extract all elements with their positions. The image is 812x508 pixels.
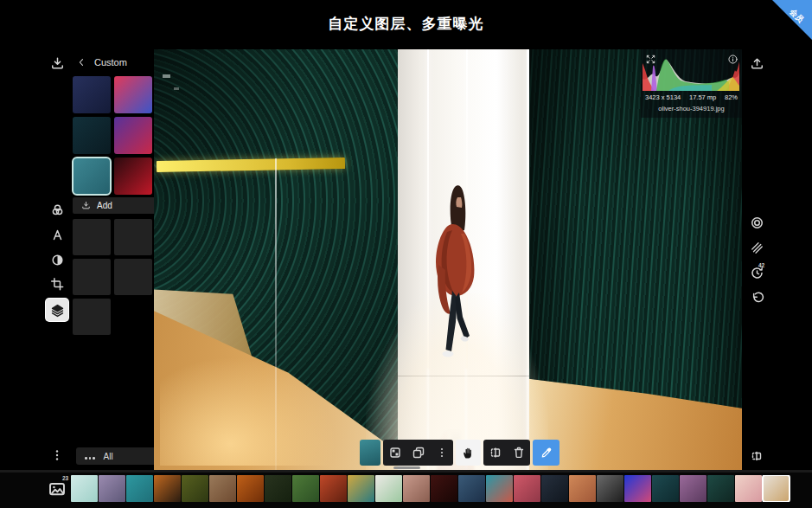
effects-tool-button[interactable] xyxy=(46,198,68,221)
radial-mask-button[interactable] xyxy=(745,211,768,234)
export-icon xyxy=(750,56,764,71)
film-thumb-current-photo[interactable] xyxy=(763,475,790,502)
ellipsis-icon xyxy=(85,452,97,461)
split-view-button[interactable] xyxy=(483,440,507,466)
film-thumb-beach-walk[interactable] xyxy=(209,475,236,502)
info-icon[interactable] xyxy=(727,54,738,65)
duotone-tool-button[interactable] xyxy=(46,248,68,271)
empty-layer-slots xyxy=(73,219,152,335)
blend-mode-button[interactable] xyxy=(383,440,406,466)
gradient-mask-button[interactable] xyxy=(745,236,768,259)
layer-thumb-neon-alley[interactable] xyxy=(114,117,152,154)
export-button[interactable] xyxy=(745,52,768,74)
layer-thumb-light-painting[interactable] xyxy=(114,158,152,195)
film-thumb-dark-forest[interactable] xyxy=(265,475,291,502)
filmstrip: 23 xyxy=(0,473,812,508)
layer-toolbar xyxy=(360,440,559,466)
text-tool-button[interactable] xyxy=(46,223,68,246)
add-layer-button[interactable]: Add xyxy=(73,197,159,214)
film-thumb-purple-flowers[interactable] xyxy=(680,475,707,502)
photo-glass-edge xyxy=(275,158,277,470)
page-title: 自定义图层、多重曝光 xyxy=(0,14,812,34)
app-window: 自定义图层、多重曝光 会员 xyxy=(0,0,812,508)
empty-layer-slot[interactable] xyxy=(73,299,111,335)
view-actions-group xyxy=(483,440,530,466)
active-layer-thumbnail[interactable] xyxy=(360,440,380,466)
import-icon xyxy=(81,201,91,210)
delete-layer-button[interactable] xyxy=(507,440,530,466)
film-thumb-island-aerial[interactable] xyxy=(126,475,153,502)
film-thumb-dark-portrait[interactable] xyxy=(541,475,568,502)
layer-actions-group xyxy=(383,440,453,466)
photo-highlight xyxy=(174,87,179,90)
histogram xyxy=(643,52,739,92)
film-thumb-night-lake[interactable] xyxy=(707,475,734,502)
kebab-menu-icon xyxy=(435,446,449,460)
radial-mask-icon xyxy=(750,215,764,230)
film-thumb-orange-blur[interactable] xyxy=(569,475,596,502)
empty-layer-slot[interactable] xyxy=(73,219,111,255)
layer-more-button[interactable] xyxy=(430,440,453,466)
layer-thumb-tokyo-neon[interactable] xyxy=(73,76,111,113)
film-thumb-autumn-fire[interactable] xyxy=(237,475,264,502)
photo-library-icon[interactable] xyxy=(48,479,67,498)
layer-thumb-teal-texture[interactable] xyxy=(73,158,111,195)
film-thumb-flamingo[interactable] xyxy=(735,475,762,502)
photo-person xyxy=(426,179,487,371)
film-thumb-jellyfish[interactable] xyxy=(624,475,651,502)
expand-histogram-icon[interactable] xyxy=(645,54,656,65)
add-layer-label: Add xyxy=(97,201,112,210)
filter-all-button[interactable]: All xyxy=(76,447,158,465)
image-filename: oliver-shou-394919.jpg xyxy=(641,105,742,113)
sidebar-back-label[interactable]: Custom xyxy=(94,57,127,68)
film-thumb-bw-mountain[interactable] xyxy=(597,475,623,502)
film-thumb-red-moon[interactable] xyxy=(431,475,457,502)
layer-thumb-dark-city[interactable] xyxy=(73,117,111,154)
hand-tool-button[interactable] xyxy=(456,440,481,466)
film-thumb-aerial-beach[interactable] xyxy=(71,475,98,502)
film-thumb-dark-teal[interactable] xyxy=(652,475,679,502)
photo-floor-glow xyxy=(160,357,336,466)
film-thumb-woman-room[interactable] xyxy=(403,475,430,502)
sidebar-menu-button[interactable] xyxy=(46,444,68,466)
kebab-menu-icon xyxy=(50,448,64,462)
image-megapixels: 17.57 mp xyxy=(689,93,716,101)
duotone-icon xyxy=(50,253,65,267)
photo-highlight xyxy=(163,74,170,78)
film-thumb-red-figure[interactable] xyxy=(320,475,347,502)
sidebar-header: Custom xyxy=(76,55,154,70)
crop-tool-button[interactable] xyxy=(46,273,68,295)
eyedropper-button[interactable] xyxy=(533,440,559,466)
film-thumb-palm-trees[interactable] xyxy=(99,475,125,502)
film-thumb-colorful-street[interactable] xyxy=(486,475,513,502)
image-dimensions: 3423 x 5134 xyxy=(645,93,681,101)
film-thumb-food-plate[interactable] xyxy=(154,475,181,502)
film-thumb-white-sketch[interactable] xyxy=(375,475,402,502)
layers-tool-button[interactable] xyxy=(46,299,68,321)
empty-layer-slot[interactable] xyxy=(114,219,152,255)
history-count-badge: 42 xyxy=(758,262,764,268)
film-thumb-pink-sunset[interactable] xyxy=(514,475,540,502)
undo-icon xyxy=(750,291,764,305)
crop-icon xyxy=(50,277,65,292)
back-chevron-icon[interactable] xyxy=(76,57,86,68)
canvas-scrollbar[interactable] xyxy=(393,466,420,469)
film-thumb-storm-clouds[interactable] xyxy=(458,475,485,502)
layer-thumbnail-grid xyxy=(73,76,152,195)
filmstrip-thumbnails xyxy=(71,475,810,502)
import-button[interactable] xyxy=(46,52,68,74)
compare-button[interactable] xyxy=(745,445,768,467)
empty-layer-slot[interactable] xyxy=(114,259,152,295)
film-thumb-river-aerial[interactable] xyxy=(292,475,319,502)
zoom-level: 82% xyxy=(725,93,738,101)
photo-count-badge: 23 xyxy=(62,475,68,481)
split-view-icon xyxy=(489,446,502,460)
layer-thumb-blue-portrait[interactable] xyxy=(114,76,152,113)
film-thumb-foliage[interactable] xyxy=(182,475,208,502)
empty-layer-slot[interactable] xyxy=(73,259,111,295)
canvas-photo[interactable]: 3423 x 5134 17.57 mp 82% oliver-shou-394… xyxy=(154,49,742,470)
eyedropper-icon xyxy=(540,446,553,460)
duplicate-layer-button[interactable] xyxy=(406,440,430,466)
undo-button[interactable] xyxy=(745,286,768,309)
film-thumb-yellow-building[interactable] xyxy=(348,475,374,502)
